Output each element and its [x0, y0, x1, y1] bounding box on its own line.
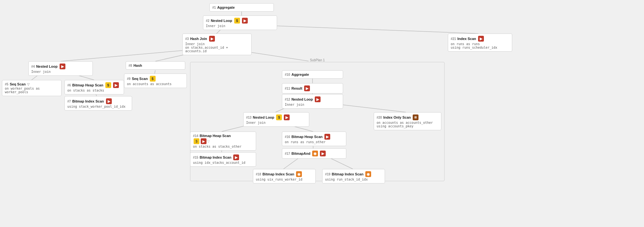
node-11-badge-red: ▶ — [304, 85, 310, 91]
node-18-number: #18 — [256, 173, 261, 176]
node-1[interactable]: #1 Aggregate — [209, 3, 274, 12]
node-5-title: Seq Scan — [10, 82, 26, 86]
node-6-number: #6 — [67, 84, 71, 87]
node-19-number: #19 — [325, 173, 331, 176]
node-8-title: Hash — [133, 64, 142, 67]
node-11[interactable]: #11 Result ▶ — [282, 83, 343, 94]
node-12-number: #12 — [285, 98, 290, 101]
node-14-title: Bitmap Heap Scan — [200, 134, 231, 138]
node-3-number: #3 — [185, 37, 189, 41]
node-14-badge-dollar: $ — [194, 138, 199, 144]
node-21[interactable]: #21 Index Scan ▶ on runs as runsusing ru… — [448, 34, 512, 52]
node-13-badge-red: ▶ — [284, 114, 290, 120]
node-13[interactable]: #13 Nested Loop $ ▶ Inner join — [243, 112, 309, 127]
node-9-sub: on accounts as accounts — [127, 82, 184, 86]
node-15[interactable]: #15 Bitmap Index Scan ▶ using idx_stacks… — [190, 152, 256, 167]
node-20[interactable]: #20 Index Only Scan ⊞ on accounts as acc… — [374, 112, 441, 130]
node-6[interactable]: #6 Bitmap Heap Scan $ ▶ on stacks as sta… — [64, 80, 124, 94]
node-17-badge-red: ▶ — [320, 151, 326, 156]
node-3[interactable]: #3 Hash Join ▶ Inner joinon stacks.accou… — [182, 34, 252, 55]
node-2-title: Nested Loop — [211, 19, 232, 23]
node-17-number: #17 — [285, 152, 290, 155]
node-4-title: Nested Loop — [36, 64, 58, 68]
node-2[interactable]: #2 Nested Loop $ ▶ Inner join — [203, 15, 277, 30]
svg-line-2 — [258, 25, 478, 34]
node-9[interactable]: #9 Seq Scan $ on accounts as accounts — [124, 74, 187, 88]
node-4-badge-red: ▶ — [60, 64, 65, 69]
node-16-title: Bitmap Heap Scan — [292, 135, 323, 139]
node-6-badge-red: ▶ — [113, 82, 119, 88]
node-8[interactable]: #8 Hash — [126, 61, 185, 70]
node-5-badge-filter: ▽ — [27, 83, 30, 86]
node-16-sub: on runs as runs_other — [285, 140, 343, 144]
node-19-sub: using run_stack_id_idx — [325, 178, 382, 181]
node-18-sub: using uix_runs_worker_id — [256, 178, 313, 181]
node-6-badge-dollar: $ — [105, 82, 111, 88]
node-7-badge-red: ▶ — [106, 98, 112, 104]
node-15-sub: using idx_stacks_account_id — [193, 161, 253, 164]
node-11-title: Result — [292, 86, 303, 90]
node-4[interactable]: #4 Nested Loop ▶ Inner join — [28, 61, 93, 76]
node-18-badge-orange: ◉ — [296, 171, 302, 177]
node-2-number: #2 — [206, 19, 209, 23]
node-4-sub: Inner join — [31, 70, 90, 74]
node-3-badge-red: ▶ — [209, 36, 215, 42]
node-21-title: Index Scan — [457, 37, 476, 41]
node-14[interactable]: #14 Bitmap Heap Scan $ ▶ ▽ on stacks as … — [190, 132, 256, 151]
node-9-title: Seq Scan — [132, 77, 148, 81]
node-11-number: #11 — [285, 87, 290, 90]
node-14-sub: on stacks as stacks_other — [193, 145, 253, 148]
node-2-sub: Inner join — [206, 24, 274, 28]
node-7-sub: using stack_worker_pool_id_idx — [67, 105, 129, 108]
node-5[interactable]: #5 Seq Scan ▽ on worker_pools asworker_p… — [2, 80, 62, 96]
node-1-title: Aggregate — [217, 5, 235, 9]
node-19-badge-orange: ◉ — [365, 171, 371, 177]
node-10-title: Aggregate — [292, 73, 309, 76]
subplan-label: SubPlan 1 — [309, 58, 326, 62]
node-2-badge-dollar: $ — [234, 18, 240, 24]
node-16-badge-red: ▶ — [324, 134, 330, 140]
node-12-title: Nested Loop — [292, 97, 313, 101]
node-19[interactable]: #19 Bitmap Index Scan ◉ using run_stack_… — [322, 169, 385, 183]
node-17-title: BitmapAnd — [292, 152, 311, 155]
node-21-badge-red: ▶ — [478, 36, 484, 42]
node-12[interactable]: #12 Nested Loop ▶ Inner join — [282, 94, 343, 109]
node-10-number: #10 — [285, 73, 290, 76]
node-3-sub: Inner joinon stacks.account_id =accounts… — [185, 42, 249, 53]
canvas: SubPlan 1 #1 Aggregate #2 Nested Loop $ … — [0, 0, 644, 227]
node-16[interactable]: #16 Bitmap Heap Scan ▶ on runs as runs_o… — [282, 132, 346, 146]
node-7-number: #7 — [67, 100, 71, 103]
node-5-number: #5 — [5, 83, 8, 86]
node-17[interactable]: #17 BitmapAnd ◉ ▶ — [282, 148, 346, 159]
node-13-badge-dollar: $ — [276, 114, 282, 120]
node-19-title: Bitmap Index Scan — [332, 172, 363, 176]
node-15-title: Bitmap Index Scan — [200, 155, 231, 159]
node-13-sub: Inner join — [246, 121, 306, 124]
node-9-badge-dollar: $ — [150, 76, 156, 82]
node-13-number: #13 — [246, 116, 252, 119]
svg-line-8 — [155, 70, 155, 74]
node-9-number: #9 — [127, 77, 130, 81]
node-5-sub: on worker_pools asworker_pools — [5, 87, 59, 94]
node-14-badge-filter: ▽ — [207, 140, 210, 143]
svg-line-3 — [61, 49, 200, 61]
node-12-sub: Inner join — [285, 103, 340, 106]
node-20-sub: on accounts as accounts_otherusing accou… — [377, 121, 438, 128]
node-21-sub: on runs as runsusing runs_scheduler_idx — [451, 42, 509, 49]
node-12-badge-red: ▶ — [315, 96, 321, 102]
node-15-badge-red: ▶ — [233, 154, 239, 160]
node-18-title: Bitmap Index Scan — [263, 172, 294, 176]
node-8-number: #8 — [129, 64, 132, 67]
node-18[interactable]: #18 Bitmap Index Scan ◉ using uix_runs_w… — [253, 169, 316, 183]
node-3-title: Hash Join — [190, 37, 207, 41]
node-10[interactable]: #10 Aggregate — [282, 70, 343, 79]
node-16-number: #16 — [285, 135, 290, 139]
node-7-title: Bitmap Index Scan — [72, 99, 104, 103]
node-21-number: #21 — [451, 37, 456, 41]
node-13-title: Nested Loop — [253, 115, 274, 119]
node-2-badge-red: ▶ — [242, 18, 248, 24]
node-14-badge-red: ▶ — [201, 138, 207, 144]
node-7[interactable]: #7 Bitmap Index Scan ▶ using stack_worke… — [64, 96, 132, 111]
node-20-title: Index Only Scan — [383, 115, 411, 119]
node-15-number: #15 — [193, 156, 198, 159]
